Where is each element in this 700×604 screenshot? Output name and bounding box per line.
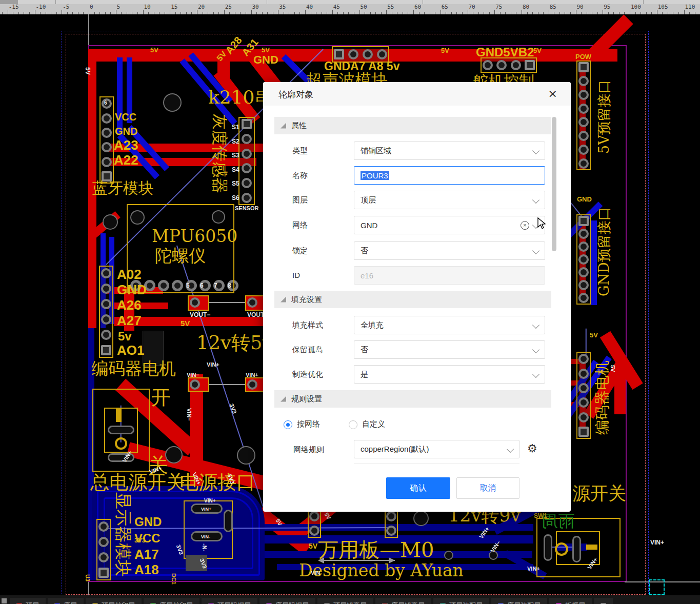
silkscreen-vertical-label[interactable]: 显示器模块 [115,492,132,577]
through-hole-pad[interactable] [101,268,111,278]
through-hole-pad[interactable] [102,128,112,138]
name-input[interactable]: POUR3 [354,166,545,185]
via[interactable] [103,214,118,230]
silkscreen-label[interactable]: 12v转5v [196,333,273,352]
silkscreen-vertical-label[interactable]: 编码器电机 [595,360,610,435]
confirm-button[interactable]: 确认 [386,477,450,499]
silkscreen-label[interactable]: A27 [117,314,142,327]
silkscreen-label[interactable]: GNDA7 A8 5v [324,61,399,72]
via[interactable] [237,446,255,465]
layer-tab-4[interactable]: 顶层阻焊层 [202,598,257,604]
silkscreen-label[interactable]: S6 [232,195,239,201]
through-hole-pad[interactable] [102,157,112,167]
layer-tab-7[interactable]: 底层锡膏层 [375,598,431,604]
pin-header[interactable] [99,266,113,358]
silkscreen-label[interactable]: 万用板—M0 [318,539,434,560]
through-hole-pad[interactable] [578,104,589,114]
silkscreen-label[interactable]: GND5VB2 [476,46,534,58]
through-hole-pad[interactable] [242,193,252,203]
through-hole-pad[interactable] [483,60,493,70]
through-hole-pad[interactable] [309,526,319,536]
through-hole-pad[interactable] [98,552,109,562]
through-hole-pad[interactable] [578,254,589,265]
section-header[interactable]: 属性 [274,117,551,134]
layer-options-icon[interactable] [2,598,7,603]
via[interactable] [413,511,429,526]
silkscreen-label[interactable]: SENSOR [235,206,258,211]
radio-by-net[interactable] [284,420,292,429]
silkscreen-label[interactable]: VIN− [187,372,199,378]
silkscreen-label[interactable]: GND [134,516,162,528]
silkscreen-label[interactable]: -N- [202,543,207,551]
silkscreen-label[interactable]: U3 [85,574,90,581]
silkscreen-vertical-label[interactable]: 灰度传感器 [212,114,228,193]
silkscreen-label[interactable]: A02 [117,268,142,281]
silkscreen-label[interactable]: S4 [232,167,239,173]
through-hole-pad[interactable] [101,299,111,309]
field-select[interactable]: 顶层 [354,191,545,209]
net-select[interactable]: GND× [354,216,545,234]
field-select[interactable]: 全填充 [354,316,545,334]
silkscreen-label[interactable]: SW1 [534,513,547,519]
through-hole-pad[interactable] [578,62,589,72]
silkscreen-label[interactable]: 5v [118,330,132,343]
through-hole-pad[interactable] [309,511,319,521]
through-hole-pad[interactable] [101,284,111,294]
through-hole-pad[interactable] [578,383,589,393]
section-header[interactable]: 填充设置 [274,291,551,308]
pin-header[interactable] [99,96,114,184]
through-hole-pad[interactable] [98,521,109,532]
field-select[interactable]: 否 [354,340,545,359]
dialog-scrollbar[interactable] [552,117,556,251]
through-hole-pad[interactable] [242,119,252,129]
silkscreen-label[interactable]: 5V [533,47,542,54]
silkscreen-label[interactable]: A17 [134,548,159,561]
through-hole-pad[interactable] [101,345,111,355]
via[interactable] [444,551,453,560]
through-hole-pad[interactable] [101,314,111,325]
silkscreen-label[interactable]: 源开关 [572,485,626,502]
silkscreen-label[interactable]: 5V [181,319,190,327]
silkscreen-label[interactable]: VIN+ [204,498,216,504]
silkscreen-label[interactable]: VIN- [201,535,210,539]
field-select[interactable]: 否 [354,241,545,260]
pin-header[interactable] [238,117,255,205]
clear-icon[interactable]: × [521,221,529,230]
through-hole-pad[interactable] [578,131,589,141]
silkscreen-label[interactable]: GND [117,283,147,296]
through-hole-pad[interactable] [578,76,589,86]
silkscreen-vertical-label[interactable]: 5V预留接口 [597,79,611,154]
silkscreen-label[interactable]: GND [115,126,137,136]
silkscreen-label[interactable]: 5V [590,332,598,338]
silkscreen-label[interactable]: A23 [114,138,138,152]
through-hole-pad[interactable] [578,267,589,277]
layer-tab-2[interactable]: 顶层丝印层 [86,598,142,604]
silkscreen-label[interactable]: 3V3 [134,537,145,543]
pad[interactable] [247,379,257,390]
through-hole-pad[interactable] [578,229,589,239]
silkscreen-label[interactable]: Designed by AYuan [299,562,464,579]
silkscreen-label[interactable]: 开 [151,388,171,407]
silkscreen-label[interactable]: 电源接口 [179,473,255,492]
cancel-button[interactable]: 取消 [456,477,519,499]
silkscreen-label[interactable]: VIN+ [207,362,219,368]
silkscreen-label[interactable]: VOUT− [190,312,210,318]
net-rule-select[interactable]: copperRegion(默认) [354,440,519,458]
through-hole-pad[interactable] [102,113,112,124]
through-hole-pad[interactable] [98,537,109,547]
silkscreen-label[interactable]: 编码器电机 [91,360,176,377]
section-header[interactable]: 规则设置 [274,390,551,408]
silkscreen-label[interactable]: 5V [85,67,91,75]
through-hole-pad[interactable] [101,330,111,340]
pad[interactable] [190,297,200,308]
through-hole-pad[interactable] [578,412,589,422]
through-hole-pad[interactable] [578,241,589,252]
silkscreen-label[interactable]: 3V3 [229,403,237,414]
through-hole-pad[interactable] [242,134,252,144]
through-hole-pad[interactable] [363,49,373,59]
silkscreen-label[interactable]: 陀螺仪 [155,247,206,264]
silkscreen-label[interactable]: 5V [150,47,158,53]
field-select[interactable]: 是 [354,365,545,384]
silkscreen-label[interactable]: VIN− [186,408,192,421]
field-select[interactable]: 铺铜区域 [354,142,545,160]
